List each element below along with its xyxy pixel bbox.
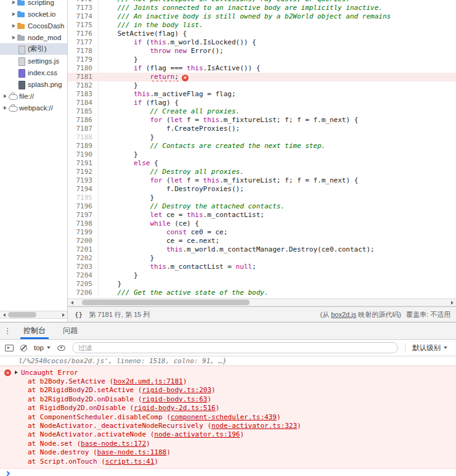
stack-location-link[interactable]: rigid-body-2d.ts:516 [134, 404, 215, 412]
line-number[interactable]: 7174 [68, 12, 99, 21]
line-number[interactable]: 7187 [68, 125, 99, 133]
file-tree-item[interactable]: socket.io [0, 8, 67, 20]
line-number[interactable]: 7185 [68, 107, 99, 116]
file-tree-item[interactable]: webpack:// [0, 102, 67, 113]
line-number[interactable]: 7193 [68, 176, 99, 185]
line-number[interactable]: 7196 [68, 202, 99, 211]
stack-location-link[interactable]: rigid-body.ts:63 [142, 395, 207, 403]
editor-horizontal-scrollbar[interactable] [68, 298, 456, 306]
line-number[interactable]: 7197 [68, 211, 99, 220]
scroll-right-arrow-icon[interactable] [448, 299, 456, 306]
file-tree-item[interactable]: file:// [0, 90, 67, 102]
line-number[interactable]: 7189 [68, 142, 99, 150]
line-number[interactable]: 7176 [68, 30, 99, 38]
file-tree-item[interactable]: splash.png [0, 78, 67, 90]
line-number[interactable]: 7203 [68, 263, 99, 271]
file-tree-item[interactable]: settings.js [0, 55, 67, 67]
drawer-tab-bar: ⋮ 控制台 问题 [0, 322, 456, 340]
log-level-selector[interactable]: 默认级别 [412, 343, 447, 353]
line-number[interactable]: 7177 [68, 38, 99, 47]
line-number[interactable]: 7182 [68, 81, 99, 90]
line-number[interactable]: 7184 [68, 99, 99, 107]
clear-console-icon [20, 345, 27, 351]
expand-arrow-icon[interactable] [10, 36, 17, 39]
origin-icon [9, 92, 17, 100]
stack-location-link[interactable]: base-node.ts:172 [81, 440, 146, 448]
line-number[interactable]: 7173 [68, 4, 99, 12]
scrollbar-track[interactable] [76, 299, 448, 306]
file-tree-item[interactable]: index.css [0, 67, 67, 78]
code-text: // Contacts are created the next time st… [99, 142, 456, 150]
console-messages: l/%2540cocos/box2d.js', lineno: 1518, co… [0, 356, 456, 476]
expand-arrow-icon[interactable] [10, 24, 17, 28]
live-expression-button[interactable] [57, 345, 65, 351]
folder-icon [17, 34, 25, 41]
stack-frame-function: at b2RigidBody2D.setActive ( [28, 386, 142, 394]
code-line: 7178 throw new Error(); [68, 47, 456, 55]
line-number[interactable]: 7200 [68, 237, 99, 245]
tab-issues[interactable]: 问题 [54, 322, 86, 339]
line-number[interactable]: 7181 [68, 73, 99, 81]
line-number[interactable]: 7195 [68, 194, 99, 202]
javascript-context-selector[interactable]: top [34, 344, 51, 351]
file-tree-item[interactable]: scripting [0, 0, 67, 8]
source-map-file-link[interactable]: box2d.js [331, 311, 356, 318]
stack-frame-close: ) [240, 430, 244, 438]
code-line: 7198 while (ce) { [68, 220, 456, 228]
line-number[interactable]: 7186 [68, 116, 99, 125]
clear-console-button[interactable] [20, 345, 27, 351]
stack-location-link[interactable]: box2d.umd.js:7181 [113, 377, 183, 385]
expand-triangle-icon[interactable] [15, 371, 18, 374]
code-text: this.m_world.m_contactManager.Destroy(ce… [99, 245, 456, 254]
scroll-right-arrow-icon[interactable] [59, 311, 67, 318]
more-options-icon[interactable]: ⋮ [0, 322, 15, 339]
line-number[interactable]: 7199 [68, 228, 99, 237]
line-number[interactable]: 7180 [68, 64, 99, 73]
line-number[interactable]: 7202 [68, 254, 99, 263]
expand-arrow-icon[interactable] [2, 106, 9, 110]
line-number[interactable]: 7198 [68, 220, 99, 228]
scrollbar-thumb[interactable] [82, 300, 250, 305]
stack-location-link[interactable]: base-node.ts:1188 [97, 448, 167, 456]
stack-location-link[interactable]: script.ts:41 [105, 458, 154, 466]
line-number[interactable]: 7183 [68, 90, 99, 99]
line-number[interactable]: 7191 [68, 159, 99, 168]
file-tree-item[interactable]: CocosDash [0, 20, 67, 31]
line-number[interactable]: 7175 [68, 21, 99, 30]
expand-arrow-icon[interactable] [2, 94, 9, 98]
file-tree-label: settings.js [28, 57, 59, 65]
line-number[interactable]: 7205 [68, 280, 99, 289]
line-number[interactable]: 7192 [68, 168, 99, 176]
line-number[interactable]: 7201 [68, 245, 99, 254]
pretty-print-button[interactable]: {} [73, 311, 84, 319]
filter-input[interactable] [72, 342, 398, 353]
line-number[interactable]: 7206 [68, 289, 99, 297]
line-number[interactable]: 7179 [68, 55, 99, 64]
code-text: throw new Error(); [99, 47, 456, 55]
scroll-left-arrow-icon[interactable] [68, 299, 76, 306]
code-line: 7177 if (this.m_world.IsLocked()) { [68, 38, 456, 47]
stack-location-link[interactable]: component-scheduler.ts:439 [171, 413, 277, 421]
scroll-left-arrow-icon[interactable] [0, 311, 8, 318]
stack-location-link[interactable]: node-activator.ts:196 [154, 430, 240, 438]
expand-arrow-icon[interactable] [10, 1, 17, 4]
line-number[interactable]: 7188 [68, 133, 99, 142]
console-sidebar-toggle-button[interactable] [5, 345, 14, 351]
scrollbar-track[interactable] [8, 311, 59, 318]
stack-location-link[interactable]: node-activator.ts:323 [211, 422, 297, 430]
scrollbar-thumb[interactable] [8, 312, 36, 318]
stack-location-link[interactable]: rigid-body.ts:203 [142, 386, 211, 394]
line-number[interactable]: 7178 [68, 47, 99, 55]
console-filter [72, 342, 398, 353]
file-tree-item[interactable]: node_mod [0, 31, 67, 43]
line-number[interactable]: 7204 [68, 271, 99, 280]
line-number[interactable]: 7194 [68, 185, 99, 194]
console-prompt[interactable] [0, 469, 456, 476]
error-badge-icon[interactable]: × [182, 75, 189, 81]
tab-console[interactable]: 控制台 [15, 322, 54, 339]
navigator-horizontal-scrollbar[interactable] [0, 311, 67, 319]
expand-arrow-icon[interactable] [10, 12, 17, 16]
line-number[interactable]: 7190 [68, 150, 99, 159]
file-tree-item[interactable]: (索引) [0, 43, 67, 55]
stack-frame-close: ) [211, 386, 216, 394]
